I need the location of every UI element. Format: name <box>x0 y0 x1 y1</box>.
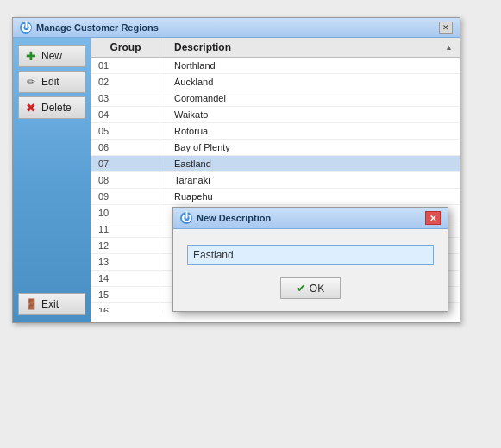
exit-icon: 🚪 <box>24 297 38 311</box>
description-cell: Northland <box>160 58 460 73</box>
group-cell: 14 <box>91 271 160 286</box>
title-bar-left: ⏻ Manage Customer Regions <box>20 22 159 34</box>
main-window-close-button[interactable]: ✕ <box>439 22 453 34</box>
description-cell: Coromandel <box>160 90 460 106</box>
table-row[interactable]: 02 Auckland <box>91 74 460 90</box>
group-cell: 16 <box>91 303 160 312</box>
description-cell: Rotorua <box>160 123 460 139</box>
group-cell: 09 <box>91 189 160 204</box>
description-cell: Waikato <box>160 107 460 122</box>
dialog-close-button[interactable]: ✕ <box>425 211 441 225</box>
group-cell: 01 <box>91 58 160 73</box>
group-cell: 13 <box>91 254 160 270</box>
group-cell: 05 <box>91 123 160 139</box>
group-cell: 08 <box>91 172 160 188</box>
new-button-label: New <box>41 50 62 62</box>
table-row[interactable]: 04 Waikato <box>91 107 460 123</box>
delete-button-label: Delete <box>41 102 72 114</box>
description-cell: Taranaki <box>160 172 460 188</box>
delete-icon: ✖ <box>24 101 38 115</box>
sort-arrow-icon: ▲ <box>445 43 453 52</box>
edit-button-label: Edit <box>41 76 59 88</box>
table-row[interactable]: 09 Ruapehu <box>91 189 460 205</box>
main-title-bar: ⏻ Manage Customer Regions ✕ <box>13 18 460 38</box>
edit-icon: ✏ <box>24 75 38 89</box>
group-cell: 15 <box>91 287 160 302</box>
group-cell: 04 <box>91 107 160 122</box>
exit-button[interactable]: 🚪 Exit <box>18 293 85 315</box>
dialog-title-text: New Description <box>197 213 271 223</box>
dialog-title-left: ⏻ New Description <box>180 212 271 224</box>
table-row[interactable]: 05 Rotorua <box>91 123 460 140</box>
table-row[interactable]: 07 Eastland <box>91 156 460 172</box>
dialog-icon: ⏻ <box>180 212 192 224</box>
left-panel: ✚ New ✏ Edit ✖ Delete 🚪 Exit <box>13 38 91 322</box>
new-icon: ✚ <box>24 49 38 63</box>
exit-button-label: Exit <box>41 298 59 310</box>
group-column-header: Group <box>91 38 160 57</box>
description-input[interactable] <box>187 245 434 265</box>
description-cell: Eastland <box>160 156 460 171</box>
main-window-icon: ⏻ <box>20 22 32 34</box>
delete-button[interactable]: ✖ Delete <box>18 96 85 119</box>
table-row[interactable]: 06 Bay of Plenty <box>91 140 460 156</box>
new-button[interactable]: ✚ New <box>18 45 85 67</box>
group-cell: 11 <box>91 221 160 237</box>
dialog-title-bar: ⏻ New Description ✕ <box>173 208 448 229</box>
table-row[interactable]: 08 Taranaki <box>91 172 460 189</box>
main-window-title: Manage Customer Regions <box>36 22 159 33</box>
group-cell: 10 <box>91 205 160 221</box>
group-cell: 06 <box>91 140 160 155</box>
edit-button[interactable]: ✏ Edit <box>18 71 85 93</box>
description-column-header: Description ▲ <box>160 38 460 57</box>
table-header: Group Description ▲ <box>91 38 460 58</box>
ok-check-icon: ✔ <box>297 282 306 295</box>
new-description-dialog: ⏻ New Description ✕ ✔ OK <box>172 207 448 312</box>
table-row[interactable]: 03 Coromandel <box>91 90 460 107</box>
description-cell: Bay of Plenty <box>160 140 460 155</box>
table-row[interactable]: 01 Northland <box>91 58 460 74</box>
dialog-body: ✔ OK <box>173 229 448 311</box>
description-cell: Auckland <box>160 74 460 90</box>
group-cell: 02 <box>91 74 160 90</box>
group-cell: 03 <box>91 90 160 106</box>
ok-button[interactable]: ✔ OK <box>280 277 341 299</box>
description-cell: Ruapehu <box>160 189 460 204</box>
group-cell: 12 <box>91 238 160 253</box>
ok-button-label: OK <box>310 283 324 295</box>
group-cell: 07 <box>91 156 160 171</box>
